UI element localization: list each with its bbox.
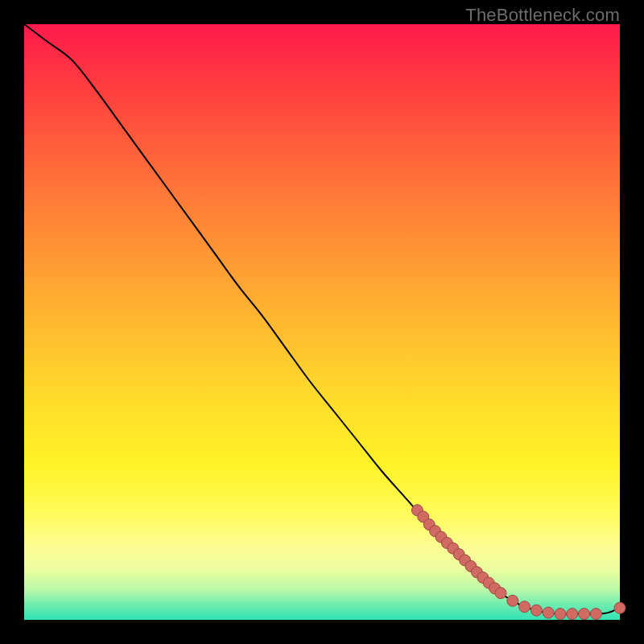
- marker-point: [614, 602, 625, 613]
- chart-frame: TheBottleneck.com: [0, 0, 644, 644]
- bottleneck-curve: [24, 24, 620, 614]
- marker-point: [590, 609, 601, 620]
- marker-point: [519, 601, 530, 613]
- curve-path: [24, 24, 620, 614]
- marker-point: [495, 588, 506, 599]
- attribution-text: TheBottleneck.com: [465, 5, 620, 26]
- marker-point: [530, 605, 542, 616]
- marker-point: [579, 609, 590, 620]
- plot-area: [24, 24, 620, 620]
- chart-svg: [24, 24, 620, 620]
- marker-point: [567, 609, 578, 620]
- marker-point: [507, 595, 518, 606]
- marker-points: [411, 505, 625, 620]
- marker-point: [543, 607, 554, 618]
- marker-point: [555, 609, 566, 620]
